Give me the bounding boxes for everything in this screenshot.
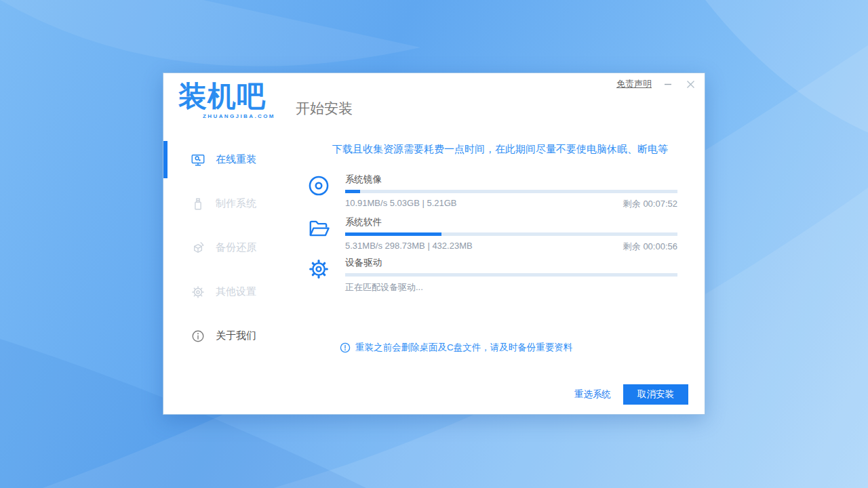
folder-icon — [307, 217, 330, 240]
app-logo: 装机吧 ZHUANGJIBA.COM — [178, 81, 280, 119]
task-system-image: 系统镜像 10.91MB/s 5.03GB | 5.21GB 剩余 00:07:… — [307, 174, 677, 210]
sidebar-item-about-us[interactable]: 关于我们 — [163, 314, 296, 358]
monitor-icon — [191, 152, 205, 167]
task-device-driver: 设备驱动 正在匹配设备驱动... — [307, 257, 677, 293]
sidebar-item-other-settings[interactable]: 其他设置 — [163, 270, 296, 314]
close-button[interactable] — [684, 78, 696, 90]
task-system-software: 系统软件 5.31MB/s 298.73MB | 432.23MB 剩余 00:… — [307, 216, 677, 253]
sidebar-item-make-system[interactable]: 制作系统 — [163, 182, 296, 226]
progress-fill — [345, 190, 360, 193]
exclamation-circle-icon — [340, 342, 351, 353]
sidebar-item-backup-restore[interactable]: 备份还原 — [163, 226, 296, 270]
sidebar-item-label: 制作系统 — [216, 197, 256, 210]
progress-bar — [345, 273, 677, 277]
installer-window: 免责声明 装机吧 ZHUANGJIBA.COM 开始安装 在线重装 — [163, 73, 705, 415]
disc-icon — [307, 174, 330, 197]
logo-wordmark: 装机吧 — [178, 81, 280, 111]
gear-icon — [191, 285, 205, 300]
info-icon — [191, 329, 205, 344]
backup-warning: 重装之前会删除桌面及C盘文件，请及时备份重要资料 — [340, 342, 572, 354]
progress-fill — [345, 232, 441, 236]
progress-bar — [345, 190, 677, 193]
progress-bar — [345, 232, 677, 236]
task-speed-size: 5.31MB/s 298.73MB | 432.23MB — [345, 241, 473, 253]
backup-cube-icon — [191, 241, 205, 256]
task-name: 系统镜像 — [345, 174, 677, 186]
logo-tagline: ZHUANGJIBA.COM — [203, 113, 280, 119]
backup-warning-text: 重装之前会删除桌面及C盘文件，请及时备份重要资料 — [355, 342, 572, 354]
footer-actions: 重选系统 取消安装 — [574, 384, 688, 405]
page-title: 开始安装 — [296, 99, 353, 118]
task-name: 设备驱动 — [345, 257, 677, 269]
minimize-button[interactable] — [662, 78, 674, 90]
disclaimer-link[interactable]: 免责声明 — [616, 78, 652, 90]
task-remaining-time: 剩余 00:07:52 — [623, 198, 677, 210]
reselect-system-button[interactable]: 重选系统 — [574, 388, 611, 401]
minimize-icon — [664, 80, 672, 88]
sidebar-item-label: 在线重装 — [216, 153, 256, 166]
sidebar-item-label: 其他设置 — [216, 285, 256, 298]
sidebar-item-online-reinstall[interactable]: 在线重装 — [163, 138, 296, 182]
task-remaining-time: 剩余 00:00:56 — [623, 241, 677, 253]
task-speed-size: 10.91MB/s 5.03GB | 5.21GB — [345, 198, 457, 210]
task-name: 系统软件 — [345, 216, 677, 228]
close-icon — [686, 80, 695, 89]
sidebar-item-label: 备份还原 — [216, 241, 256, 254]
sidebar-item-label: 关于我们 — [216, 329, 256, 342]
sidebar: 在线重装 制作系统 备份还原 其他 — [163, 138, 296, 358]
cancel-install-button[interactable]: 取消安装 — [623, 384, 688, 405]
task-status: 正在匹配设备驱动... — [345, 281, 423, 293]
titlebar-controls: 免责声明 — [616, 78, 696, 90]
download-notice: 下载且收集资源需要耗费一点时间，在此期间尽量不要使电脑休眠、断电等 — [296, 143, 705, 156]
usb-icon — [191, 197, 205, 211]
gear-icon — [307, 258, 330, 281]
